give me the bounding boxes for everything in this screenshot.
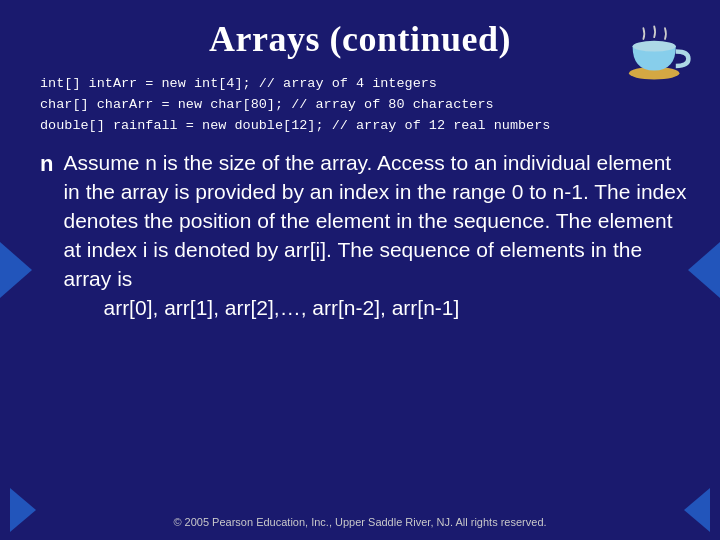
slide: Arrays (continued) int[] intArr = new in…	[0, 0, 720, 540]
bullet-text: Assume n is the size of the array. Acces…	[63, 149, 690, 323]
bullet-main-text: Assume n is the size of the array. Acces…	[63, 151, 686, 290]
bottom-left-arrow-icon	[10, 488, 36, 532]
bullet-section: n Assume n is the size of the array. Acc…	[40, 149, 690, 323]
coffee-cup-icon	[620, 12, 692, 84]
right-arrow-icon[interactable]	[688, 242, 720, 298]
code-line-3: double[] rainfall = new double[12]; // a…	[40, 116, 690, 137]
footer-text: © 2005 Pearson Education, Inc., Upper Sa…	[173, 516, 546, 528]
code-line-1: int[] intArr = new int[4]; // array of 4…	[40, 74, 690, 95]
svg-point-1	[633, 41, 676, 52]
code-line-2: char[] charArr = new char[80]; // array …	[40, 95, 690, 116]
left-arrow-icon[interactable]	[0, 242, 32, 298]
bullet-marker: n	[40, 151, 53, 177]
array-sequence: arr[0], arr[1], arr[2],…, arr[n-2], arr[…	[103, 294, 690, 323]
bottom-right-arrow-icon	[684, 488, 710, 532]
slide-title: Arrays (continued)	[30, 18, 690, 60]
code-block: int[] intArr = new int[4]; // array of 4…	[40, 74, 690, 137]
